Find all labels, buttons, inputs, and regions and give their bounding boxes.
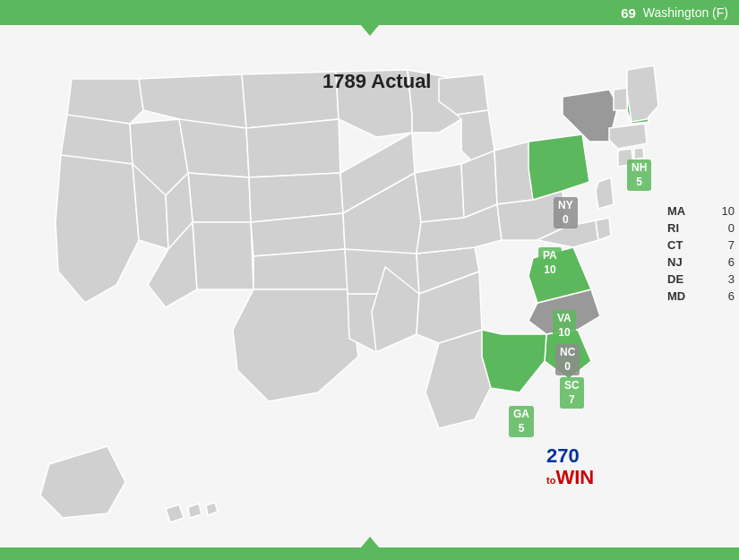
sc-label: SC7 xyxy=(560,377,584,409)
svg-marker-6 xyxy=(179,119,249,177)
svg-marker-10 xyxy=(193,222,253,289)
logo-number: 270 xyxy=(546,444,580,467)
svg-marker-42 xyxy=(596,177,614,209)
svg-marker-12 xyxy=(246,119,340,177)
sidebar-state-md: MD xyxy=(667,289,692,303)
logo-to: to xyxy=(546,475,555,486)
pa-label: PA10 xyxy=(538,247,562,279)
sidebar-item-de: DE 3 xyxy=(667,272,735,286)
svg-marker-48 xyxy=(627,65,658,122)
sidebar-state-nj: NJ xyxy=(667,255,692,269)
sidebar-state-ct: CT xyxy=(667,238,692,252)
svg-marker-40 xyxy=(528,134,589,200)
arrow-down-icon xyxy=(361,25,379,36)
svg-marker-37 xyxy=(482,330,546,392)
svg-marker-23 xyxy=(415,164,464,222)
top-bar: 69 Washington (F) xyxy=(0,0,739,25)
svg-marker-50 xyxy=(166,504,184,522)
nh-label: NH5 xyxy=(627,159,651,191)
svg-marker-2 xyxy=(56,155,139,303)
arrow-up-icon xyxy=(361,537,379,547)
ga-label: GA5 xyxy=(509,406,534,437)
sidebar-votes-ri: 0 xyxy=(712,221,735,235)
sidebar-item-ma: MA 10 xyxy=(667,204,735,218)
sidebar-item-md: MD 6 xyxy=(667,289,735,303)
sidebar-votes-ct: 7 xyxy=(712,238,735,252)
sidebar-legend: MA 10 RI 0 CT 7 NJ 6 DE 3 MD 6 xyxy=(667,204,735,303)
sidebar-item-ri: RI 0 xyxy=(667,221,735,235)
sidebar-state-de: DE xyxy=(667,272,692,286)
svg-marker-45 xyxy=(609,124,647,149)
nc-label: NC0 xyxy=(555,344,580,375)
sidebar-votes-nj: 6 xyxy=(712,255,735,269)
sidebar-item-ct: CT 7 xyxy=(667,238,735,252)
sidebar-votes-ma: 10 xyxy=(712,204,735,218)
svg-marker-52 xyxy=(206,503,218,515)
sidebar-state-ma: MA xyxy=(667,204,692,218)
logo: 270 toWIN xyxy=(546,445,594,488)
bottom-bar xyxy=(0,547,739,560)
map-container: 1789 Actual NY0 NH5 PA10 VA10 NC0 SC7 GA… xyxy=(0,25,739,560)
logo-win: WIN xyxy=(555,466,594,488)
sidebar-state-ri: RI xyxy=(667,221,692,235)
svg-marker-15 xyxy=(253,249,349,289)
svg-marker-47 xyxy=(614,88,627,110)
svg-marker-31 xyxy=(494,142,533,204)
sidebar-item-nj: NJ 6 xyxy=(667,255,735,269)
svg-marker-16 xyxy=(233,289,358,401)
score-display: 69 xyxy=(621,5,636,21)
svg-marker-39 xyxy=(596,218,611,240)
ny-label: NY0 xyxy=(554,197,578,228)
state-label: Washington (F) xyxy=(643,5,728,20)
svg-marker-44 xyxy=(634,148,644,159)
sidebar-votes-de: 3 xyxy=(712,272,735,286)
svg-marker-51 xyxy=(188,504,202,518)
svg-marker-49 xyxy=(40,446,125,518)
svg-marker-7 xyxy=(188,173,251,222)
map-title: 1789 Actual xyxy=(322,70,431,93)
sidebar-votes-md: 6 xyxy=(712,289,735,303)
va-label: VA10 xyxy=(553,310,576,341)
